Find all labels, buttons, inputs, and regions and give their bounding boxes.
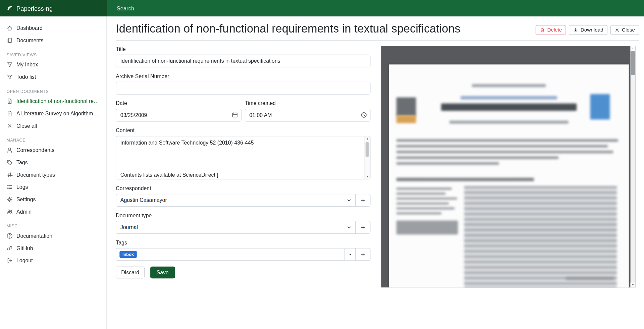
blurred-heading-line bbox=[396, 178, 534, 181]
content-scrollbar[interactable]: ▲ ▼ bbox=[364, 136, 370, 179]
blurred-publisher-logo bbox=[590, 94, 610, 119]
title-label: Title bbox=[116, 46, 370, 52]
document-header: Identification of non-functional require… bbox=[107, 16, 644, 36]
paperless-leaf-logo-icon bbox=[6, 5, 13, 12]
add-tag-button[interactable] bbox=[355, 248, 370, 261]
sidebar-item-admin[interactable]: Admin bbox=[0, 205, 106, 218]
add-document-type-button[interactable] bbox=[355, 221, 370, 234]
blurred-text-line bbox=[396, 207, 455, 209]
funnel-icon bbox=[7, 74, 13, 80]
tags-label: Tags bbox=[116, 239, 370, 245]
app-window: Paperless-ng Dashboard Documents SAVED V… bbox=[0, 0, 644, 329]
delete-button-label: Delete bbox=[547, 27, 562, 33]
list-icon bbox=[7, 184, 13, 190]
search-input[interactable] bbox=[107, 0, 644, 17]
sidebar-item-tags[interactable]: Tags bbox=[0, 156, 106, 168]
blurred-text-line bbox=[449, 121, 569, 124]
delete-button[interactable]: Delete bbox=[536, 25, 566, 35]
time-created-input[interactable] bbox=[245, 109, 371, 121]
asn-label: Archive Serial Number bbox=[116, 73, 370, 79]
correspondent-label: Correspondent bbox=[116, 185, 370, 191]
document-type-select[interactable]: Journal bbox=[116, 221, 356, 234]
sidebar-item-todo-list[interactable]: Todo list bbox=[0, 71, 106, 83]
blurred-text-line bbox=[396, 157, 559, 159]
clock-icon[interactable] bbox=[361, 112, 367, 118]
sidebar-item-document-types[interactable]: Document types bbox=[0, 168, 106, 181]
people-icon bbox=[7, 208, 13, 214]
sidebar-item-label: Dashboard bbox=[16, 25, 43, 31]
gear-icon bbox=[7, 196, 13, 202]
content-textarea[interactable]: Information and Software Technology 52 (… bbox=[116, 136, 370, 179]
sidebar-item-my-inbox[interactable]: My Inbox bbox=[0, 58, 106, 71]
brand-name: Paperless-ng bbox=[16, 5, 53, 12]
files-icon bbox=[7, 37, 13, 43]
date-input[interactable] bbox=[116, 109, 241, 121]
tags-dropup-button[interactable] bbox=[344, 248, 356, 261]
scroll-thumb[interactable] bbox=[631, 51, 635, 75]
plus-icon bbox=[360, 224, 366, 230]
scroll-up-arrow[interactable]: ▲ bbox=[631, 46, 636, 51]
blurred-keywords-block bbox=[396, 221, 458, 235]
save-button[interactable]: Save bbox=[150, 267, 175, 279]
sidebar-item-open-document-1[interactable]: Identification of non-functional require… bbox=[0, 95, 106, 107]
sidebar-item-correspondents[interactable]: Correspondents bbox=[0, 144, 106, 156]
sidebar-item-label: Close all bbox=[16, 123, 37, 129]
search-bar bbox=[107, 0, 644, 16]
blurred-text-line bbox=[396, 203, 449, 205]
sidebar-item-logout[interactable]: Logout bbox=[0, 254, 106, 267]
scroll-up-arrow[interactable]: ▲ bbox=[365, 136, 370, 142]
sidebar-item-open-document-2[interactable]: A Literature Survey on Algorithms for Mu… bbox=[0, 107, 106, 120]
correspondent-select[interactable]: Agustin Casamayor bbox=[116, 194, 356, 207]
close-button[interactable]: Close bbox=[610, 25, 639, 35]
sidebar-item-dashboard[interactable]: Dashboard bbox=[0, 22, 106, 34]
sidebar-section-misc: MISC bbox=[7, 224, 100, 228]
sidebar-item-documentation[interactable]: Documentation bbox=[0, 229, 106, 242]
sidebar-item-documents[interactable]: Documents bbox=[0, 34, 106, 47]
blurred-body-text-block bbox=[464, 186, 617, 287]
box-arrow-right-icon bbox=[7, 257, 13, 263]
sidebar-item-label: Identification of non-functional require… bbox=[16, 98, 100, 104]
sidebar-item-logs[interactable]: Logs bbox=[0, 181, 106, 193]
sidebar-item-label: Admin bbox=[16, 208, 32, 214]
tag-chip-inbox[interactable]: Inbox bbox=[119, 251, 137, 258]
scroll-down-arrow[interactable]: ▼ bbox=[365, 174, 370, 179]
tag-icon bbox=[7, 159, 13, 165]
app-brand[interactable]: Paperless-ng bbox=[0, 0, 107, 16]
scroll-thumb[interactable] bbox=[366, 142, 369, 157]
document-preview[interactable]: ▲ ▼ bbox=[381, 46, 635, 287]
blurred-text-line bbox=[566, 277, 614, 280]
blurred-text-line bbox=[396, 139, 618, 142]
trash-icon bbox=[540, 27, 545, 33]
house-icon bbox=[7, 25, 13, 31]
time-created-label: Time created bbox=[245, 100, 371, 106]
download-button[interactable]: Download bbox=[569, 25, 607, 35]
blurred-journal-logo bbox=[396, 97, 416, 116]
blurred-text-line bbox=[472, 84, 546, 87]
blurred-link-line bbox=[461, 96, 557, 100]
discard-button[interactable]: Discard bbox=[116, 267, 145, 279]
sidebar-item-close-all[interactable]: Close all bbox=[0, 119, 106, 132]
blurred-text-line bbox=[396, 188, 452, 190]
chevron-down-icon bbox=[346, 198, 352, 203]
link-icon bbox=[7, 245, 13, 251]
sidebar-item-label: My Inbox bbox=[16, 61, 38, 67]
chevron-down-icon bbox=[346, 225, 352, 230]
title-input[interactable] bbox=[116, 55, 370, 67]
sidebar-section-manage: MANAGE bbox=[7, 138, 100, 142]
document-type-label: Document type bbox=[116, 212, 370, 218]
archive-serial-number-input[interactable] bbox=[116, 82, 370, 95]
scroll-down-arrow[interactable]: ▼ bbox=[631, 282, 636, 287]
document-type-value: Journal bbox=[120, 224, 138, 230]
content-label: Content bbox=[116, 127, 370, 133]
calendar-icon[interactable] bbox=[232, 112, 238, 118]
top-navbar: Paperless-ng bbox=[0, 0, 644, 16]
blurred-text-line bbox=[396, 198, 457, 200]
sidebar-item-settings[interactable]: Settings bbox=[0, 193, 106, 206]
pdf-page bbox=[389, 64, 629, 287]
preview-scrollbar[interactable]: ▲ ▼ bbox=[631, 46, 636, 287]
sidebar-item-label: Documentation bbox=[16, 233, 52, 239]
sidebar-item-github[interactable]: GitHub bbox=[0, 242, 106, 254]
tags-input[interactable]: Inbox bbox=[116, 248, 345, 261]
sidebar-item-label: Logs bbox=[16, 184, 28, 190]
add-correspondent-button[interactable] bbox=[355, 194, 370, 207]
